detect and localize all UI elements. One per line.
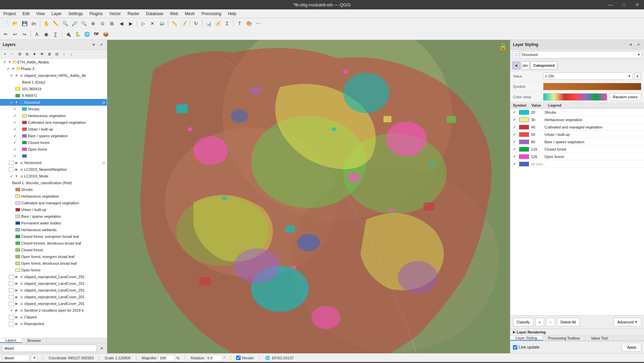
lc5-arrow[interactable]: ▶ [14, 301, 19, 306]
lc1-check[interactable] [9, 275, 14, 279]
sentinel2-check[interactable]: ✓ [9, 308, 14, 313]
search-clear-btn[interactable]: ✕ [98, 345, 105, 352]
layer-reprojected[interactable]: ▶ ⊞ Reprojected [0, 320, 107, 327]
apply-button[interactable]: Apply [622, 343, 641, 352]
open-layer-props-btn[interactable]: ⚙ [16, 51, 23, 57]
sym-cult-color[interactable] [519, 125, 529, 129]
styling-abc-btn[interactable]: abc [521, 61, 529, 69]
layer-mode-arrow[interactable]: ▼ [14, 174, 19, 178]
manage-visibility-btn[interactable]: 👁 [39, 51, 45, 57]
layer-band1-gray[interactable]: Band 1 (Gray) [0, 79, 107, 86]
sym-herb-check[interactable]: ✓ [513, 117, 519, 122]
menu-raster[interactable]: Raster [124, 9, 143, 18]
layer-of-check[interactable]: ✓ [12, 147, 17, 152]
open-project-btn[interactable]: 📂 [11, 19, 19, 28]
reprojected-check[interactable] [9, 322, 14, 326]
bottom-search-clear[interactable]: ✕ [31, 355, 38, 361]
menu-mesh[interactable]: Mesh [182, 9, 198, 18]
layer-vectorized[interactable]: ▶ ⊞ Vectorized ⊡ [0, 159, 107, 166]
layer-cult2[interactable]: Cultivated and managed vegetation [0, 200, 107, 206]
layer-band1-red[interactable]: Band 1: discrete_classification (Red) [0, 179, 107, 186]
menu-help[interactable]: Help [225, 9, 240, 18]
layer-phase3-check[interactable]: ✓ [5, 66, 11, 71]
pan-btn[interactable]: ✋ [42, 19, 51, 28]
sym-herb-color[interactable] [519, 117, 529, 122]
clipped-arrow[interactable]: ▶ [14, 315, 19, 319]
layer-dissolved-check[interactable]: ✓ [9, 100, 14, 105]
rule-btn[interactable]: ∑ [51, 30, 60, 38]
layer-cf-check[interactable]: ✓ [12, 140, 17, 145]
new-project-btn[interactable]: 📄 [1, 19, 10, 28]
collapse-all-btn[interactable]: ⊟ [53, 51, 60, 57]
map-area[interactable]: 🔒 [107, 40, 510, 353]
prev-extent-btn[interactable]: ◀ [117, 19, 126, 28]
scale-bar-btn[interactable]: 📊 [204, 19, 213, 28]
sym-cf-check[interactable]: ✓ [513, 147, 519, 151]
layer-herb2[interactable]: Herbaceous vegetation [0, 193, 107, 200]
live-update-checkbox[interactable] [513, 345, 517, 350]
layer-closed-forest[interactable]: ✓ Closed forest [0, 139, 107, 146]
layer-nn-check[interactable] [9, 167, 14, 172]
menu-database[interactable]: Database [143, 9, 167, 18]
styling-close-btn[interactable]: ✕ [627, 41, 634, 48]
layer-shrubs-check[interactable]: ✓ [12, 106, 17, 112]
delete-all-button[interactable]: Delete All [557, 318, 580, 326]
sym-cult-check[interactable]: ✓ [513, 125, 519, 129]
clipped-check[interactable] [9, 315, 14, 319]
plugin1-btn[interactable]: 🔌 [64, 30, 72, 38]
filter-layer-btn[interactable]: ▼ [31, 51, 38, 57]
layer-of-evergreen[interactable]: Open forest, evergren broad leaf [0, 253, 107, 260]
layer-val-101[interactable]: 101.365419 [0, 86, 107, 92]
layer-clipped-lc4[interactable]: ▶ ⊞ clipped_reprojected_LandCover_201 [0, 294, 107, 300]
styling-symbol-preview[interactable] [543, 83, 641, 90]
layer-clipped-lc1[interactable]: ▶ ⊞ clipped_reprojected_LandCover_201 [0, 273, 107, 280]
layer-dissolved[interactable]: ✓ ▼ ⬡ Dissolved ⊡ [0, 99, 107, 106]
diagram-btn[interactable]: ◉ [42, 30, 51, 38]
sym-bare-color[interactable] [519, 140, 529, 144]
styling-categorized-label[interactable]: Categorized [530, 61, 558, 69]
menu-settings[interactable]: Settings [65, 9, 86, 18]
layer-cf-evergreen[interactable]: Closed forest, evergreen broad leaf [0, 233, 107, 240]
stats-btn[interactable]: Σ [223, 19, 232, 28]
save-btn[interactable]: 💾 [20, 19, 29, 28]
styling-value-edit-btn[interactable]: ε [634, 72, 641, 80]
layer-blue-check[interactable]: ✓ [12, 153, 17, 159]
sym-row-cf[interactable]: ✓ 116 Closed forest [510, 146, 644, 153]
deselect-btn[interactable]: ✕ [148, 19, 157, 28]
layer-closed2[interactable]: Closed forest [0, 247, 107, 253]
sym-row-shrubs[interactable]: ✓ 20 Shrubs [510, 109, 644, 116]
layer-cf-deciduous[interactable]: Closed foreset, deciduous broad leaf [0, 240, 107, 247]
layer-blue-item[interactable]: ✓ [0, 153, 107, 159]
layer-clipped-check[interactable]: ✓ [9, 73, 14, 78]
zoom-all-btn[interactable]: ⊕ [89, 19, 98, 28]
save-as-btn[interactable]: 🗁 [29, 19, 38, 28]
layer-water[interactable]: Permanent water bodies [0, 220, 107, 226]
layer-lc2019-mode[interactable]: ✓ ▼ ⊞ LC2019_Mode [0, 173, 107, 179]
classify-button[interactable]: Classify [513, 318, 533, 326]
move-down-btn[interactable]: ↓ [68, 51, 75, 57]
plugin2-btn[interactable]: 🐍 [73, 30, 82, 38]
layer-val-4[interactable]: 4.496971 [0, 92, 107, 99]
layer-vec-check[interactable] [9, 161, 14, 165]
layer-rendering-title[interactable]: ▶ Layer Rendering [513, 330, 641, 334]
menu-view[interactable]: View [33, 9, 48, 18]
compass-btn[interactable]: 🧭 [213, 19, 222, 28]
menu-plugins[interactable]: Plugins [86, 9, 106, 18]
duplicate-layer-btn[interactable]: ⧉ [24, 51, 30, 57]
styling-single-symbol-btn[interactable]: ● [512, 61, 520, 69]
tab-browser[interactable]: Browser [22, 338, 47, 343]
layer-cultivated[interactable]: ✓ Cultivated and managed vegetation [0, 119, 107, 126]
layer-clipped-lc2[interactable]: ▶ ⊞ clipped_reprojected_LandCover_201 [0, 280, 107, 287]
lc4-check[interactable] [9, 295, 14, 299]
styling-color-ramp-preview[interactable] [543, 93, 607, 101]
more-btn[interactable]: ⋯ [254, 19, 263, 28]
open-attr-btn[interactable]: 🗂 [157, 19, 166, 28]
next-extent-btn[interactable]: ▶ [126, 19, 135, 28]
refresh-btn[interactable]: ↻ [192, 19, 200, 28]
sym-other-check[interactable]: ✓ [513, 162, 519, 166]
sym-urban-check[interactable]: ✓ [513, 132, 519, 137]
annotations-btn[interactable]: 📝 [179, 19, 188, 28]
menu-processing[interactable]: Processing [198, 9, 224, 18]
identify-btn[interactable]: 🔍 [61, 19, 69, 28]
search-input[interactable] [2, 345, 97, 352]
